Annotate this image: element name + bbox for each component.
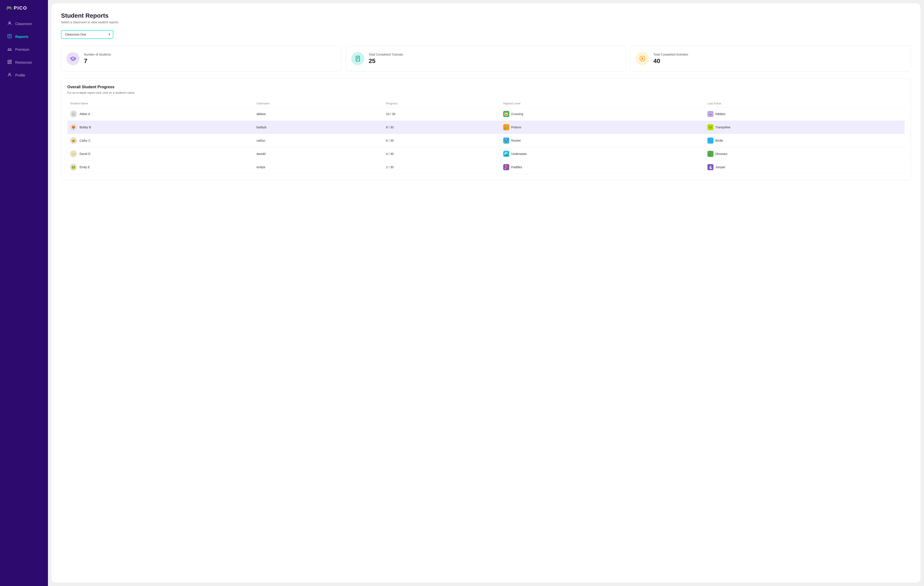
table-row[interactable]: ⭐ David D davidd 4 / 30 🌊 Underwater 🦖 D… — [67, 147, 904, 161]
last-active-icon-0: 🐭 — [707, 111, 713, 117]
sidebar-label-resources: Resources — [15, 61, 32, 64]
student-last-active-3: 🦖 Dinosaur — [705, 147, 904, 161]
tutorials-icon-circle — [351, 52, 365, 65]
student-level-1: 🧪 Potions — [501, 121, 705, 134]
level-icon-0: 🐷 — [503, 111, 509, 117]
last-active-icon-4: 🐇 — [707, 164, 713, 170]
table-row[interactable]: 🐰 Abbie A abbiea 10 / 30 🐷 Crossing 🐭 Ni… — [67, 107, 904, 121]
last-active-name-1: Trampoline — [715, 125, 731, 129]
student-avatar-2: 🐱 — [70, 137, 77, 144]
student-progress-3: 4 / 30 — [383, 147, 501, 161]
main-content: Student Reports Select a classroom to vi… — [51, 3, 921, 583]
level-icon-3: 🌊 — [503, 151, 509, 157]
sidebar-item-reports[interactable]: Reports — [3, 31, 45, 43]
last-active-name-2: Birdie — [715, 139, 723, 142]
student-level-4: 🏓 Paddles — [501, 161, 705, 174]
table-row[interactable]: 🐸 Emily E emilye 2 / 30 🏓 Paddles 🐇 Jump… — [67, 161, 904, 174]
classroom-select[interactable]: Classroom One Classroom Two Classroom Th… — [61, 30, 113, 39]
level-name-1: Potions — [511, 125, 521, 129]
last-active-icon-3: 🦖 — [707, 151, 713, 157]
sidebar-nav: Classroom Reports Premium Resources Prof… — [0, 18, 48, 81]
student-name-0: Abbie A — [79, 112, 90, 116]
student-name-cell-2[interactable]: 🐱 Cathy C — [67, 134, 254, 147]
students-label: Number of Students — [84, 53, 111, 56]
student-name-3: David D — [79, 152, 91, 155]
section-title: Overall Student Progress — [67, 85, 904, 89]
level-name-3: Underwater — [511, 152, 527, 155]
svg-rect-7 — [8, 63, 9, 64]
student-name-cell-3[interactable]: ⭐ David D — [67, 147, 254, 161]
student-progress-4: 2 / 30 — [383, 161, 501, 174]
last-active-name-4: Jumper — [715, 165, 726, 169]
profile-icon — [7, 73, 12, 78]
student-level-3: 🌊 Underwater — [501, 147, 705, 161]
col-last-active: Last Active — [705, 100, 904, 107]
student-last-active-4: 🐇 Jumper — [705, 161, 904, 174]
svg-rect-5 — [10, 60, 12, 61]
student-name-cell-4[interactable]: 🐸 Emily E — [67, 161, 254, 174]
col-username: Username — [254, 100, 383, 107]
level-name-2: Rocket — [511, 139, 521, 142]
activities-value: 40 — [653, 58, 688, 64]
progress-table: Student Name Username Progress Highest L… — [67, 100, 904, 174]
stat-card-tutorials: Total Completed Tutorials 25 — [346, 46, 626, 71]
student-progress-0: 10 / 30 — [383, 107, 501, 121]
level-name-4: Paddles — [511, 165, 522, 169]
stats-row: Number of Students 7 Total Completed Tut… — [61, 46, 911, 71]
level-name-0: Crossing — [511, 112, 523, 116]
last-active-name-3: Dinosaur — [715, 152, 728, 155]
stat-card-activities: Total Completed Activities 40 — [630, 46, 911, 71]
sidebar-label-reports: Reports — [15, 35, 28, 39]
student-name-2: Cathy C — [79, 139, 91, 142]
student-name-4: Emily E — [79, 165, 90, 169]
students-value: 7 — [84, 58, 111, 64]
student-last-active-1: 🐸 Trampoline — [705, 121, 904, 134]
sidebar-item-classroom[interactable]: Classroom — [3, 18, 45, 30]
student-last-active-2: 🐦 Birdie — [705, 134, 904, 147]
level-icon-1: 🧪 — [503, 124, 509, 130]
student-username-0: abbiea — [254, 107, 383, 121]
student-avatar-1: 🦊 — [70, 124, 77, 131]
col-highest-level: Highest Level — [501, 100, 705, 107]
tutorials-label: Total Completed Tutorials — [369, 53, 403, 56]
table-row[interactable]: 🦊 Bobby B bobbyb 8 / 30 🧪 Potions 🐸 Tram… — [67, 121, 904, 134]
logo-icon: 🎮 — [6, 5, 12, 11]
col-student-name: Student Name — [67, 100, 254, 107]
logo: 🎮 PICO — [0, 5, 48, 18]
students-icon-circle — [66, 52, 79, 65]
student-name-cell-1[interactable]: 🦊 Bobby B — [67, 121, 254, 134]
section-subtitle: For an in-depth report card, click on a … — [67, 91, 904, 94]
student-progress-2: 6 / 30 — [383, 134, 501, 147]
page-subtitle: Select a classroom to view student repor… — [61, 20, 911, 24]
reports-icon — [7, 34, 12, 40]
sidebar-item-profile[interactable]: Profile — [3, 69, 45, 81]
logo-text: PICO — [14, 5, 27, 11]
student-avatar-4: 🐸 — [70, 163, 77, 171]
activities-stat-content: Total Completed Activities 40 — [653, 53, 688, 64]
sidebar-item-resources[interactable]: Resources — [3, 56, 45, 68]
sidebar-label-classroom: Classroom — [15, 22, 32, 26]
svg-marker-14 — [642, 58, 644, 59]
student-username-4: emilye — [254, 161, 383, 174]
student-name-1: Bobby B — [79, 125, 91, 129]
level-icon-4: 🏓 — [503, 164, 509, 170]
student-last-active-0: 🐭 Nibbles — [705, 107, 904, 121]
svg-point-8 — [9, 73, 10, 75]
sidebar-label-profile: Profile — [15, 73, 25, 78]
last-active-name-0: Nibbles — [715, 112, 726, 116]
activities-label: Total Completed Activities — [653, 53, 688, 56]
sidebar-item-premium[interactable]: Premium — [3, 44, 45, 56]
stat-card-students: Number of Students 7 — [61, 46, 342, 71]
table-header: Student Name Username Progress Highest L… — [67, 100, 904, 107]
student-username-1: bobbyb — [254, 121, 383, 134]
activities-icon-circle — [636, 52, 649, 65]
tutorials-value: 25 — [369, 58, 403, 64]
svg-point-1 — [8, 21, 11, 24]
svg-rect-6 — [10, 62, 12, 64]
student-name-cell-0[interactable]: 🐰 Abbie A — [67, 107, 254, 121]
table-row[interactable]: 🐱 Cathy C cathyc 6 / 30 🚀 Rocket 🐦 Birdi… — [67, 134, 904, 147]
students-stat-content: Number of Students 7 — [84, 53, 111, 64]
page-title: Student Reports — [61, 12, 911, 19]
table-body: 🐰 Abbie A abbiea 10 / 30 🐷 Crossing 🐭 Ni… — [67, 107, 904, 174]
student-level-0: 🐷 Crossing — [501, 107, 705, 121]
